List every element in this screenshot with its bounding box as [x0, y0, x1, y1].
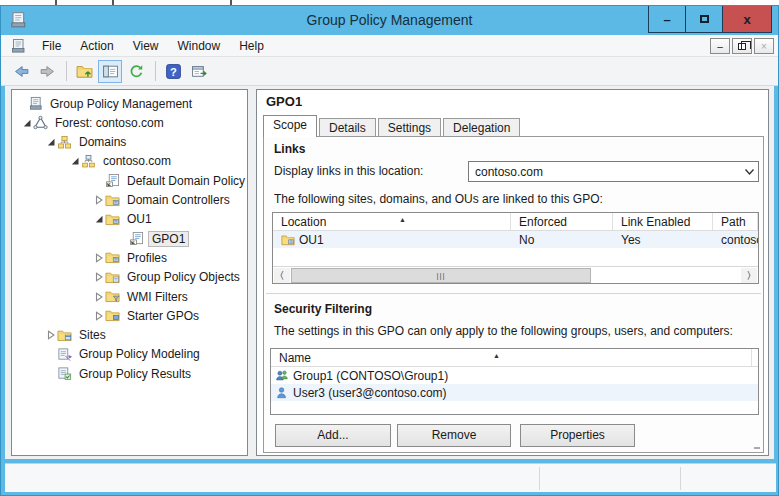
links-column-location[interactable]: Location [273, 213, 511, 230]
tree-item-group-policy-objects[interactable]: Group Policy Objects [12, 268, 247, 287]
help-icon[interactable]: ? [161, 60, 185, 83]
mdi-close-button[interactable]: × [754, 38, 774, 54]
domains-icon [57, 135, 73, 150]
scrollbar-thumb[interactable]: ||| [291, 268, 591, 283]
expander-expanded-icon[interactable] [20, 116, 33, 129]
properties-button[interactable]: Properties [520, 424, 635, 447]
expander-collapsed-icon[interactable] [92, 251, 105, 264]
tree-item-gpo1[interactable]: GPO1 [12, 229, 247, 248]
security-column-name[interactable]: Name [271, 349, 752, 366]
tab-details[interactable]: Details [319, 118, 376, 137]
tree-item-group-policy-modeling[interactable]: Group Policy Modeling [12, 345, 247, 364]
export-list-icon[interactable] [187, 60, 211, 83]
menu-help[interactable]: Help [231, 37, 272, 55]
gpo-title: GPO1 [266, 94, 302, 109]
links-table-row[interactable]: OU1NoYescontoso.com [273, 231, 758, 248]
scope-tab-panel: Links Display links in this location: co… [263, 136, 764, 453]
tree-item-starter-gpos[interactable]: Starter GPOs [12, 306, 247, 325]
toolbar-separator [155, 61, 156, 81]
mdi-restore-button[interactable] [732, 38, 752, 54]
tree-item-label: Sites [76, 328, 109, 342]
tab-delegation[interactable]: Delegation [443, 118, 520, 137]
close-button[interactable]: x [722, 6, 772, 33]
tree-item-label: Domain Controllers [124, 193, 233, 207]
tree-item-label: Group Policy Modeling [76, 347, 203, 361]
refresh-icon[interactable] [124, 60, 148, 83]
tree-item-domain-controllers[interactable]: Domain Controllers [12, 191, 247, 210]
security-table-row[interactable]: User3 (user3@contoso.com) [271, 384, 758, 401]
links-column-path[interactable]: Path [713, 213, 758, 230]
mdi-minimize-button[interactable]: – [710, 38, 730, 54]
menu-view[interactable]: View [125, 37, 167, 55]
tree-item-group-policy-results[interactable]: Group Policy Results [12, 364, 247, 383]
status-divider [539, 467, 540, 490]
menu-window[interactable]: Window [170, 37, 229, 55]
tree-item-sites[interactable]: Sites [12, 326, 247, 345]
expander-slot [116, 232, 129, 245]
tree-item-label: GPO1 [148, 231, 189, 247]
up-icon[interactable] [72, 60, 96, 83]
gpo-icon [129, 231, 145, 246]
tree-item-ou1[interactable]: OU1 [12, 210, 247, 229]
folder-ou-icon [105, 212, 121, 227]
add-button[interactable]: Add... [275, 424, 391, 447]
links-column-link-enabled[interactable]: Link Enabled [613, 213, 713, 230]
tree-item-profiles[interactable]: Profiles [12, 248, 247, 267]
expander-expanded-icon[interactable] [68, 155, 81, 168]
tree-item-label: Profiles [124, 251, 170, 265]
display-links-label: Display links in this location: [274, 164, 423, 178]
expander-expanded-icon[interactable] [92, 213, 105, 226]
remove-button[interactable]: Remove [397, 424, 511, 447]
status-divider [680, 467, 681, 490]
tab-scope[interactable]: Scope [263, 115, 317, 137]
tree-item-label: Domains [76, 135, 129, 149]
minimize-button[interactable]: – [648, 6, 686, 33]
sort-ascending-icon: ▲ [399, 216, 406, 223]
menu-file[interactable]: File [34, 37, 69, 55]
maximize-icon [700, 15, 709, 23]
tree-item-domains[interactable]: Domains [12, 133, 247, 152]
expander-collapsed-icon[interactable] [44, 329, 57, 342]
menu-action[interactable]: Action [72, 37, 121, 55]
security-filtering-table: Name▲ Group1 (CONTOSO\Group1)User3 (user… [270, 348, 759, 415]
links-table-header: LocationEnforcedLink EnabledPath▲ [273, 213, 758, 231]
tree-item-wmi-filters[interactable]: WMI Filters [12, 287, 247, 306]
tree-item-label: OU1 [124, 212, 155, 226]
folder-starter-icon [105, 308, 121, 323]
tree-item-forest-contoso-com[interactable]: Forest: contoso.com [12, 113, 247, 132]
tab-settings[interactable]: Settings [378, 118, 441, 137]
expander-collapsed-icon[interactable] [92, 290, 105, 303]
console-tree-icon[interactable] [98, 60, 122, 83]
expander-collapsed-icon[interactable] [92, 194, 105, 207]
tree-item-contoso-com[interactable]: contoso.com [12, 152, 247, 171]
tree-item-group-policy-management[interactable]: Group Policy Management [12, 94, 247, 113]
chevron-down-icon[interactable] [740, 165, 758, 179]
security-filtering-heading: Security Filtering [274, 302, 372, 316]
security-principal-name: Group1 (CONTOSO\Group1) [293, 369, 448, 383]
security-filtering-intro: The settings in this GPO can only apply … [274, 324, 733, 338]
location-combobox[interactable]: contoso.com [468, 161, 759, 182]
titlebar[interactable]: Group Policy Management – x [1, 6, 778, 35]
expander-collapsed-icon[interactable] [92, 309, 105, 322]
tree-item-default-domain-policy[interactable]: Default Domain Policy [12, 171, 247, 190]
tree-item-label: Default Domain Policy [124, 174, 248, 188]
expander-slot [44, 348, 57, 361]
links-cell-enforced: No [511, 233, 613, 247]
links-cell-location: OU1 [273, 233, 511, 247]
maximize-button[interactable] [685, 6, 723, 33]
forward-icon[interactable] [35, 60, 59, 83]
expander-expanded-icon[interactable] [44, 136, 57, 149]
scroll-right-icon[interactable]: 〉 [741, 268, 757, 283]
links-column-enforced[interactable]: Enforced [511, 213, 613, 230]
links-cell-link_enabled: Yes [613, 233, 713, 247]
user-icon [275, 386, 290, 400]
scroll-left-icon[interactable]: 〈 [274, 268, 290, 283]
gpmc-window: Group Policy Management – x FileActionVi… [0, 5, 779, 496]
expander-collapsed-icon[interactable] [92, 271, 105, 284]
links-table: LocationEnforcedLink EnabledPath▲ OU1NoY… [272, 212, 759, 284]
back-icon[interactable] [9, 60, 33, 83]
tree-item-label: Forest: contoso.com [52, 116, 167, 130]
results-icon [57, 366, 73, 381]
security-table-row[interactable]: Group1 (CONTOSO\Group1) [271, 367, 758, 384]
links-horizontal-scrollbar[interactable]: 〈 ||| 〉 [273, 266, 758, 283]
